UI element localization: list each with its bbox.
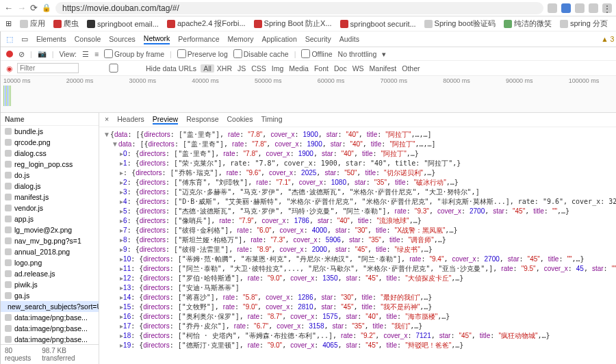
network-request[interactable]: app.js	[1, 213, 99, 224]
file-icon	[5, 336, 12, 343]
file-icon	[5, 237, 12, 244]
file-icon	[5, 226, 12, 233]
filter-pill[interactable]: Img	[269, 64, 287, 73]
network-request[interactable]: annual_2018.png	[1, 246, 99, 257]
back-icon[interactable]: ←	[4, 3, 13, 13]
file-icon	[5, 270, 12, 277]
chevron-down-icon[interactable]: ▾	[382, 50, 386, 58]
ext-icon[interactable]	[561, 3, 571, 13]
network-request[interactable]: logo.png	[1, 257, 99, 268]
network-request[interactable]: ad.release.js	[1, 268, 99, 279]
bookmark-item[interactable]: 纯洁的微笑	[504, 18, 552, 29]
ext-icon[interactable]	[575, 3, 585, 13]
network-request[interactable]: dialog.js	[1, 181, 99, 192]
device-icon[interactable]: ▭	[21, 35, 28, 43]
bookmark-item[interactable]: springboot securit...	[340, 20, 416, 28]
network-request[interactable]: piwik.js	[1, 279, 99, 290]
lock-icon: 🔒	[42, 3, 51, 12]
file-icon	[5, 161, 12, 168]
devtools-tab-elements[interactable]: Elements	[36, 35, 66, 43]
reload-icon[interactable]: ⟳	[30, 3, 38, 13]
filter-pill[interactable]: WS	[350, 64, 367, 73]
bookmark-item[interactable]: Spring Boot 防止X...	[254, 18, 332, 29]
name-column-header[interactable]: Name	[1, 113, 99, 126]
devtools-tab-audits[interactable]: Audits	[339, 35, 359, 43]
devtools-tab-application[interactable]: Application	[261, 35, 296, 43]
network-request[interactable]: qrcode.png	[1, 137, 99, 148]
filter-pill[interactable]: Manifest	[367, 64, 400, 73]
detail-tab-response[interactable]: Response	[186, 115, 218, 125]
json-preview[interactable]: ▼{data: [{directors: ["盖·里奇"], rate: "7.…	[99, 127, 616, 364]
bookmark-item[interactable]: Spring boot验证码	[424, 18, 496, 29]
network-request[interactable]: data:image/png;base...	[1, 312, 99, 323]
tick-label: 20000 ms	[66, 77, 94, 84]
camera-icon[interactable]: 📷	[38, 49, 47, 58]
file-icon	[5, 205, 12, 211]
inspect-icon[interactable]: ⬚	[6, 35, 13, 43]
network-request[interactable]: manifest.js	[1, 192, 99, 203]
network-request[interactable]: data:image/png;base...	[1, 323, 99, 334]
detail-tab-headers[interactable]: Headers	[117, 115, 144, 125]
clear-icon[interactable]: ⊘	[18, 50, 25, 58]
network-request[interactable]: dialog.css	[1, 148, 99, 159]
file-icon	[5, 281, 12, 288]
filter-pill[interactable]: JS	[235, 64, 248, 73]
filter-icon[interactable]: ◉	[6, 64, 13, 73]
detail-tab-timing[interactable]: Timing	[261, 115, 282, 125]
filter-pill[interactable]: Doc	[331, 64, 350, 73]
hide-urls-checkbox[interactable]: Hide data URLs	[83, 64, 196, 73]
file-icon	[5, 194, 12, 200]
network-request[interactable]: do.js	[1, 170, 99, 181]
network-request[interactable]: ga.js	[1, 290, 99, 301]
ext-icon[interactable]	[548, 3, 557, 13]
devtools-tab-memory[interactable]: Memory	[227, 35, 253, 43]
devtools-tab-security[interactable]: Security	[305, 35, 331, 43]
bookmark-item[interactable]: apache2.4 报Forbi...	[167, 18, 246, 29]
devtools-tab-performance[interactable]: Performance	[178, 35, 219, 43]
avatar[interactable]	[589, 3, 598, 13]
filter-pill[interactable]: CSS	[248, 64, 269, 73]
network-request[interactable]: reg_login_pop.css	[1, 159, 99, 170]
filter-pill[interactable]: Media	[286, 64, 311, 73]
view-large-icon[interactable]: ☰	[82, 50, 89, 58]
bookmark-item[interactable]: spring 分页	[560, 18, 608, 29]
network-request[interactable]: nav_mv_bg.png?s=1	[1, 235, 99, 246]
file-icon	[5, 172, 12, 179]
preserve-checkbox[interactable]: Preserve log	[177, 49, 228, 58]
network-request[interactable]: lg_movie@2x.png	[1, 224, 99, 235]
record-icon[interactable]	[6, 51, 13, 57]
forward-icon[interactable]: →	[17, 3, 26, 13]
offline-checkbox[interactable]: Offline	[301, 49, 332, 58]
network-request[interactable]: bundle.js	[1, 126, 99, 137]
filter-pill[interactable]: Font	[311, 64, 331, 73]
devtools-tab-sources[interactable]: Sources	[109, 35, 136, 43]
close-detail-icon[interactable]: ×	[105, 115, 109, 125]
tick-label: 100000 ms	[569, 77, 600, 84]
warnings-badge[interactable]: ▲ 3	[601, 35, 614, 43]
devtools-tab-console[interactable]: Console	[75, 35, 101, 43]
network-request[interactable]: vendor.js	[1, 203, 99, 213]
bookmark-item[interactable]: 应用	[20, 18, 45, 29]
throttle-select[interactable]: No throttling	[338, 50, 377, 58]
devtools-tab-network[interactable]: Network	[144, 34, 170, 44]
view-label: View:	[59, 50, 77, 58]
filter-pill[interactable]: XHR	[214, 64, 235, 73]
view-small-icon[interactable]: ≡	[94, 50, 99, 58]
disable-cache-checkbox[interactable]: Disable cache	[233, 49, 289, 58]
filter-pill[interactable]: Other	[399, 64, 422, 73]
group-checkbox[interactable]: Group by frame	[104, 49, 164, 58]
apps-icon[interactable]: ⊞	[5, 19, 12, 28]
file-icon	[5, 292, 12, 299]
filter-pill[interactable]: All	[201, 64, 214, 73]
filter-input[interactable]	[17, 63, 79, 73]
tick-label: 70000 ms	[381, 77, 408, 84]
network-request[interactable]: data:image/png;base...	[1, 334, 99, 344]
menu-icon[interactable]: ⋮	[602, 3, 612, 13]
file-icon	[5, 183, 12, 190]
bookmark-item[interactable]: springboot email...	[87, 20, 159, 28]
detail-tab-preview[interactable]: Preview	[153, 115, 178, 125]
detail-tab-cookies[interactable]: Cookies	[227, 115, 253, 125]
bookmark-item[interactable]: 爬虫	[53, 18, 79, 29]
url-bar[interactable]: https://movie.douban.com/tag/#/	[55, 2, 543, 14]
network-request[interactable]: new_search_subjects?sort=U...	[1, 301, 99, 312]
